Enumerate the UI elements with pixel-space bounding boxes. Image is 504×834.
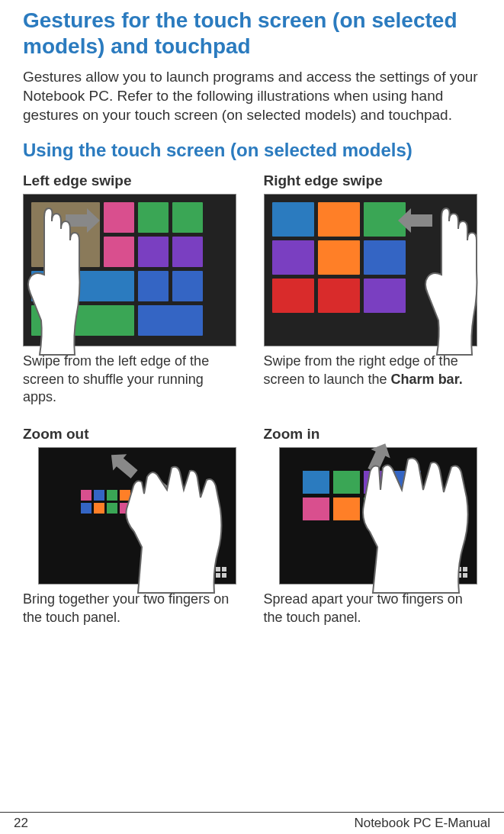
spread-hand-icon [348, 456, 482, 608]
manual-label: Notebook PC E-Manual [354, 816, 490, 831]
gesture-block-left-edge: Left edge swipe Sw [23, 172, 241, 421]
hand-icon [20, 202, 88, 362]
right-edge-swipe-illustration [264, 194, 477, 346]
zoom-in-illustration [279, 447, 477, 584]
sub-heading: Using the touch screen (on selected mode… [23, 140, 481, 161]
zoom-out-illustration [38, 447, 236, 584]
gesture-title: Left edge swipe [23, 172, 241, 189]
gesture-title: Zoom out [23, 426, 241, 443]
hand-icon [417, 202, 486, 362]
main-heading: Gestures for the touch screen (on select… [23, 8, 481, 59]
intro-paragraph: Gestures allow you to launch programs an… [23, 68, 481, 124]
page-footer: 22 Notebook PC E-Manual [0, 812, 504, 834]
gesture-block-zoom-in: Zoom in Spread apart your two fingers on… [264, 426, 482, 642]
gesture-block-right-edge: Right edge swipe Swipe from the right [264, 172, 482, 421]
pinch-hand-icon [115, 463, 237, 616]
gesture-title: Zoom in [264, 426, 482, 443]
gesture-title: Right edge swipe [264, 172, 482, 189]
gesture-grid: Left edge swipe Sw [23, 172, 481, 642]
page-number: 22 [14, 816, 28, 831]
gesture-block-zoom-out: Zoom out Bring together your two fingers… [23, 426, 241, 642]
left-edge-swipe-illustration [23, 194, 236, 346]
